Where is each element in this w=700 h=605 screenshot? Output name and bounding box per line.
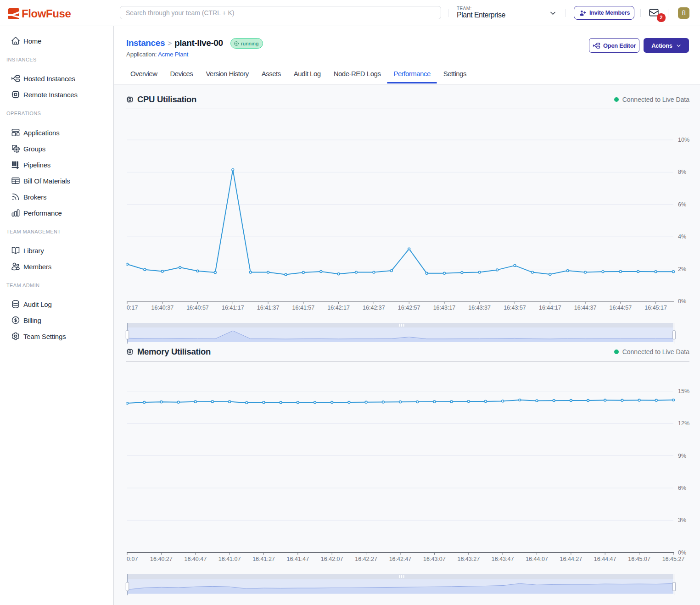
svg-text:4%: 4%	[678, 233, 686, 240]
svg-text:16:42:07: 16:42:07	[321, 556, 343, 562]
svg-text:16:42:37: 16:42:37	[363, 305, 385, 311]
svg-text:0:17: 0:17	[127, 305, 138, 311]
svg-text:16:44:27: 16:44:27	[560, 556, 582, 562]
svg-text:16:44:37: 16:44:37	[574, 305, 597, 311]
svg-text:10%: 10%	[678, 137, 689, 143]
svg-text:16:43:17: 16:43:17	[433, 305, 456, 311]
svg-text:16:44:57: 16:44:57	[609, 305, 632, 311]
svg-text:0:07: 0:07	[127, 556, 138, 562]
svg-text:16:40:37: 16:40:37	[151, 305, 174, 311]
svg-text:2%: 2%	[678, 266, 686, 272]
svg-text:16:43:27: 16:43:27	[457, 556, 480, 562]
svg-text:16:43:57: 16:43:57	[504, 305, 526, 311]
svg-text:0%: 0%	[678, 298, 686, 305]
svg-text:16:40:27: 16:40:27	[150, 556, 173, 562]
svg-text:16:44:17: 16:44:17	[539, 305, 561, 311]
svg-text:16:41:07: 16:41:07	[218, 556, 241, 562]
svg-text:15%: 15%	[678, 388, 689, 394]
svg-text:16:44:47: 16:44:47	[594, 556, 616, 562]
svg-text:16:41:27: 16:41:27	[252, 556, 275, 562]
svg-text:16:41:37: 16:41:37	[257, 305, 280, 311]
svg-text:16:41:17: 16:41:17	[222, 305, 244, 311]
svg-text:16:43:07: 16:43:07	[423, 556, 446, 562]
svg-text:16:42:17: 16:42:17	[327, 305, 350, 311]
svg-text:12%: 12%	[678, 420, 689, 427]
svg-text:16:41:47: 16:41:47	[287, 556, 309, 562]
svg-text:16:40:47: 16:40:47	[184, 556, 207, 562]
svg-text:8%: 8%	[678, 169, 686, 175]
svg-text:6%: 6%	[678, 485, 686, 491]
svg-text:16:45:17: 16:45:17	[644, 305, 667, 311]
svg-text:16:42:27: 16:42:27	[355, 556, 377, 562]
svg-text:16:43:37: 16:43:37	[468, 305, 491, 311]
svg-text:3%: 3%	[678, 517, 686, 523]
svg-text:16:40:57: 16:40:57	[186, 305, 209, 311]
svg-text:9%: 9%	[678, 453, 686, 459]
svg-text:16:44:07: 16:44:07	[526, 556, 548, 562]
svg-text:16:42:47: 16:42:47	[389, 556, 412, 562]
svg-text:16:45:07: 16:45:07	[628, 556, 650, 562]
svg-text:16:42:57: 16:42:57	[398, 305, 420, 311]
svg-text:16:43:47: 16:43:47	[492, 556, 514, 562]
svg-text:0%: 0%	[678, 549, 686, 556]
svg-text:6%: 6%	[678, 201, 686, 208]
svg-text:16:45:27: 16:45:27	[662, 556, 685, 562]
svg-text:16:41:57: 16:41:57	[292, 305, 315, 311]
